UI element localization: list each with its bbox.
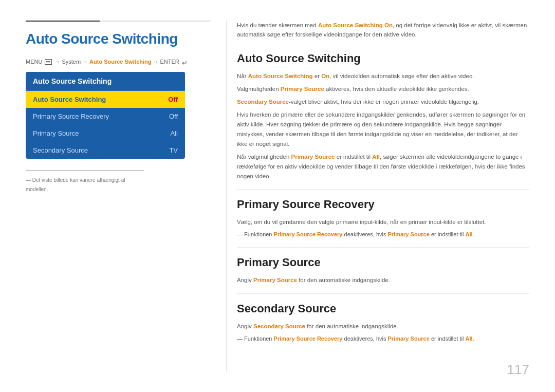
page-main-title: Auto Source Switching (26, 31, 211, 47)
section-body-4: Hvis hverken de primære eller de sekundæ… (237, 110, 529, 149)
section-body-ps: Angiv Primary Source for den automatiske… (237, 275, 529, 285)
system-label: System (62, 59, 81, 65)
menu-icon (45, 59, 52, 65)
enter-icon (182, 59, 189, 65)
panel-header: Auto Source Switching (26, 72, 185, 91)
panel-item-label: Primary Source (33, 129, 79, 137)
switching-label: Auto Source Switching (89, 59, 151, 65)
enter-label: ENTER (160, 59, 179, 65)
section-body-ss: Angiv Secondary Source for den automatis… (237, 322, 529, 331)
panel-item-auto-source-switching[interactable]: Auto Source Switching Off (26, 91, 185, 108)
section-body-2: Valgmuligheden Primary Source aktiveres,… (237, 84, 529, 94)
panel-item-label: Primary Source Recovery (33, 113, 109, 120)
section-divider-2 (237, 247, 529, 248)
section-title-secondary-source: Secondary Source (237, 302, 529, 315)
section-title-auto-source-switching: Auto Source Switching (237, 52, 529, 65)
section-body-1: Når Auto Source Switching er On, vil vid… (237, 71, 529, 81)
arrow-sep-2: → (82, 59, 88, 65)
menu-label: MENU (26, 59, 42, 65)
panel-item-value: TV (169, 146, 178, 154)
top-desc-bold: Auto Source Switching On (318, 22, 393, 28)
arrow-sep-3: → (153, 59, 158, 65)
note-section: — Det viste billede kan variere afhængig… (26, 170, 144, 193)
panel-item-secondary-source[interactable]: Secondary Source TV (26, 142, 185, 159)
panel-item-value: Off (168, 96, 178, 103)
section-body-3: Secondary Source-valget bliver aktivt, h… (237, 97, 529, 107)
section-body-5: Når valgmuligheden Primary Source er ind… (237, 152, 529, 181)
arrow-sep-1: → (54, 59, 60, 65)
note-text: Det viste billede kan variere afhængigt … (26, 177, 125, 192)
section-divider-3 (237, 293, 529, 294)
page-number: 117 (507, 362, 529, 378)
panel-item-value: Off (169, 113, 178, 120)
page-container: Auto Source Switching MENU → System → Au… (0, 0, 555, 392)
panel-item-primary-source[interactable]: Primary Source All (26, 125, 185, 142)
note-dash: — (26, 177, 32, 183)
panel-item-value: All (171, 129, 178, 137)
section-divider-1 (237, 189, 529, 190)
top-description: Hvis du tænder skærmen med Auto Source S… (237, 21, 529, 40)
note-psr: Funktionen Primary Source Recovery deakt… (237, 230, 529, 239)
ui-panel: Auto Source Switching Auto Source Switch… (26, 72, 185, 159)
panel-item-label: Auto Source Switching (33, 96, 106, 103)
left-column: Auto Source Switching MENU → System → Au… (26, 21, 226, 371)
menu-path: MENU → System → Auto Source Switching → … (26, 59, 211, 65)
note-ss: Funktionen Primary Source Recovery deakt… (237, 334, 529, 343)
panel-item-label: Secondary Source (33, 146, 88, 154)
section-title-primary-source-recovery: Primary Source Recovery (237, 198, 529, 211)
right-column: Hvis du tænder skærmen med Auto Source S… (226, 21, 529, 371)
top-decorative-line (26, 21, 211, 22)
section-body-psr: Vælg, om du vil gendanne den valgte prim… (237, 217, 529, 227)
section-title-primary-source: Primary Source (237, 256, 529, 269)
panel-item-primary-source-recovery[interactable]: Primary Source Recovery Off (26, 108, 185, 125)
